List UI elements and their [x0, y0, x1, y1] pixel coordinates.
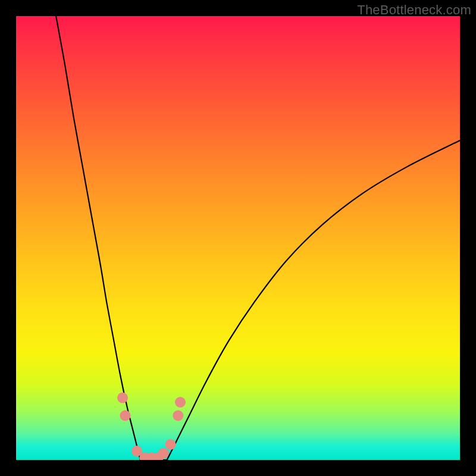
chart-svg — [16, 16, 460, 460]
data-marker — [158, 448, 169, 459]
bottleneck-curve-right — [167, 140, 460, 460]
data-marker — [165, 439, 176, 450]
plot-area — [16, 16, 460, 460]
data-marker — [120, 410, 131, 421]
data-marker — [117, 393, 128, 403]
data-markers — [117, 393, 186, 460]
data-marker — [173, 410, 183, 421]
watermark-text: TheBottleneck.com — [357, 2, 471, 18]
chart-frame: TheBottleneck.com — [0, 0, 476, 476]
data-marker — [175, 397, 186, 408]
bottleneck-curve-left — [56, 16, 140, 460]
